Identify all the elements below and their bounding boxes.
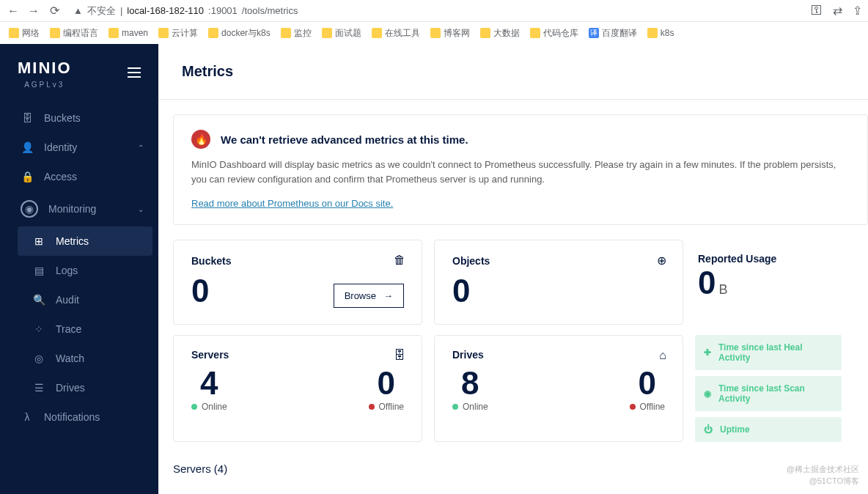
card-buckets: Buckets 🗑 0 Browse→ <box>173 240 422 325</box>
servers-offline-value: 0 <box>369 365 404 402</box>
folder-icon <box>108 28 119 38</box>
security-label: 不安全 <box>87 4 116 18</box>
folder-icon <box>9 28 19 38</box>
folder-icon <box>480 28 490 38</box>
lock-icon: 🔒 <box>21 171 34 183</box>
bookmark-item[interactable]: 大数据 <box>480 27 520 40</box>
sidebar-item-access[interactable]: 🔒Access <box>0 162 158 191</box>
watermark: @稀土掘金技术社区 @51CTO博客 <box>787 464 859 487</box>
sidebar-item-notifications[interactable]: λNotifications <box>0 402 158 432</box>
card-drives: Drives ⌂ 8 Online 0 Offline <box>434 335 683 442</box>
logo: MINIO AGPLv3 <box>18 59 72 89</box>
uptime-icon: ⏻ <box>704 424 713 435</box>
prometheus-alert: 🔥 We can't retrieve advanced metrics at … <box>173 114 868 225</box>
server-icon: 🗄 <box>394 349 405 362</box>
folder-icon <box>322 28 332 38</box>
sidebar-item-buckets[interactable]: 🗄Buckets <box>0 103 158 133</box>
arrow-right-icon: → <box>383 290 393 301</box>
bucket-icon: 🗑 <box>394 254 405 267</box>
card-servers: Servers 🗄 4 Online 0 Offline <box>173 335 422 442</box>
folder-icon <box>530 28 540 38</box>
audit-icon: 🔍 <box>32 294 45 306</box>
address-bar[interactable]: ▲ 不安全 | local-168-182-110:19001/tools/me… <box>67 4 805 18</box>
folder-icon <box>281 28 291 38</box>
alert-body: MinIO Dashboard will display basic metri… <box>191 158 850 186</box>
forward-button[interactable]: → <box>26 4 41 18</box>
folder-icon <box>50 28 60 38</box>
heal-activity-pill[interactable]: ✚Time since last Heal Activity <box>695 335 842 370</box>
sidebar-item-audit[interactable]: 🔍Audit <box>12 285 158 314</box>
translate-app-icon: 译 <box>589 28 599 38</box>
watch-icon: ◎ <box>32 353 45 364</box>
trace-icon: ⁘ <box>32 323 45 335</box>
sidebar-item-logs[interactable]: ▤Logs <box>12 256 158 285</box>
card-usage: Reported Usage 0B <box>695 240 842 325</box>
sidebar-item-watch[interactable]: ◎Watch <box>12 344 158 373</box>
bookmark-item[interactable]: 博客网 <box>430 27 470 40</box>
servers-section-title: Servers (4) <box>173 462 868 475</box>
insecure-icon: ▲ <box>73 5 83 16</box>
bookmark-item[interactable]: 云计算 <box>158 27 198 40</box>
heal-icon: ✚ <box>704 347 711 358</box>
status-dot-red <box>369 404 375 410</box>
bookmark-item[interactable]: 在线工具 <box>372 27 420 40</box>
bookmark-item[interactable]: maven <box>108 28 148 38</box>
bucket-icon: 🗄 <box>21 112 34 124</box>
back-button[interactable]: ← <box>6 4 21 18</box>
card-objects: Objects ⊕ 0 <box>434 240 683 325</box>
bookmark-item[interactable]: 面试题 <box>322 27 361 40</box>
bookmark-item[interactable]: docker与k8s <box>208 27 271 40</box>
sidebar-item-identity[interactable]: 👤Identity⌃ <box>0 133 158 162</box>
status-dot-green <box>191 404 197 410</box>
alert-docs-link[interactable]: Read more about Prometheus on our Docs s… <box>191 198 393 209</box>
warning-icon: 🔥 <box>191 130 210 149</box>
sidebar-item-trace[interactable]: ⁘Trace <box>12 314 158 344</box>
uptime-pill[interactable]: ⏻Uptime <box>695 417 842 442</box>
chevron-up-icon: ⌃ <box>138 144 144 152</box>
chevron-down-icon: ⌄ <box>138 205 144 213</box>
share-icon[interactable]: ⇪ <box>853 4 862 18</box>
bookmark-item[interactable]: 网络 <box>9 27 40 40</box>
sidebar-item-drives[interactable]: ☰Drives <box>12 373 158 402</box>
drives-icon: ☰ <box>32 382 45 394</box>
usage-value: 0 <box>698 265 716 301</box>
url-host: local-168-182-110 <box>127 5 204 16</box>
bookmark-item[interactable]: 代码仓库 <box>530 27 578 40</box>
monitor-icon: ◉ <box>21 200 38 218</box>
reload-button[interactable]: ⟳ <box>47 4 62 18</box>
sidebar-item-monitoring[interactable]: ◉Monitoring⌄ <box>0 191 158 226</box>
folder-icon <box>208 28 218 38</box>
browser-toolbar: ← → ⟳ ▲ 不安全 | local-168-182-110:19001/to… <box>0 0 868 22</box>
status-dot-red <box>630 404 636 410</box>
scan-icon: ◉ <box>704 388 711 399</box>
sidebar-item-metrics[interactable]: ⊞Metrics <box>18 226 152 256</box>
bookmark-item[interactable]: 编程语言 <box>50 27 98 40</box>
drives-online-value: 8 <box>452 365 488 402</box>
alert-title: We can't retrieve advanced metrics at th… <box>221 133 468 146</box>
metrics-icon: ⊞ <box>32 235 45 247</box>
page-title: Metrics <box>182 63 845 80</box>
servers-online-value: 4 <box>191 365 227 402</box>
folder-icon <box>372 28 382 38</box>
menu-toggle-icon[interactable] <box>128 67 141 81</box>
identity-icon: 👤 <box>21 141 34 153</box>
bookmark-item[interactable]: 监控 <box>281 27 312 40</box>
folder-icon <box>158 28 169 38</box>
bookmarks-bar: 网络 编程语言 maven 云计算 docker与k8s 监控 面试题 在线工具… <box>0 22 868 44</box>
status-dot-green <box>452 404 458 410</box>
sidebar: MINIO AGPLv3 🗄Buckets 👤Identity⌃ 🔒Access… <box>0 44 158 494</box>
bookmark-item[interactable]: k8s <box>647 28 674 38</box>
status-pills: ✚Time since last Heal Activity ◉Time sin… <box>695 335 842 442</box>
logs-icon: ▤ <box>32 265 45 276</box>
folder-icon <box>647 28 658 38</box>
browse-button[interactable]: Browse→ <box>334 284 404 308</box>
translate-icon[interactable]: ⇄ <box>833 4 842 18</box>
folder-icon <box>430 28 441 38</box>
key-icon[interactable]: ⚿ <box>811 4 823 18</box>
main-content: Metrics 🔥 We can't retrieve advanced met… <box>158 44 868 494</box>
objects-icon: ⊕ <box>657 254 666 268</box>
objects-value: 0 <box>452 273 665 309</box>
bookmark-item[interactable]: 译百度翻译 <box>589 27 637 40</box>
scan-activity-pill[interactable]: ◉Time since last Scan Activity <box>695 376 842 411</box>
drive-icon: ⌂ <box>659 349 666 362</box>
